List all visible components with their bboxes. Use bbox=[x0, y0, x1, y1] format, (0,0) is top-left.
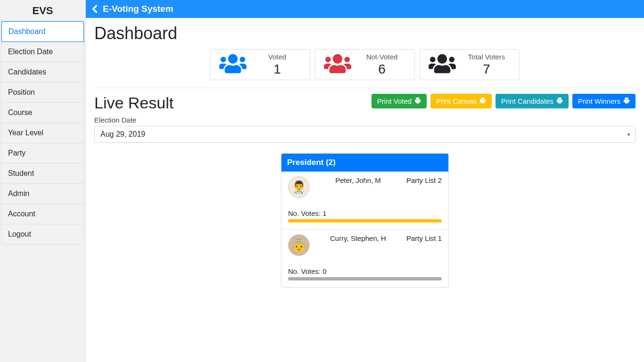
print-voted-label: Print Voted bbox=[377, 97, 412, 105]
election-date-value: Aug 29, 2019 bbox=[100, 130, 145, 138]
sidebar-nav: DashboardElection DateCandidatesPosition… bbox=[1, 21, 84, 245]
divider bbox=[94, 88, 636, 88]
users-icon bbox=[324, 52, 351, 77]
print-icon bbox=[414, 97, 421, 105]
sidebar-item-position[interactable]: Position bbox=[1, 82, 84, 103]
candidate-name: Curry, Stephen, H bbox=[316, 234, 400, 242]
summary-cards: Voted 1 Not-Voted 6 Total Voters 7 bbox=[94, 49, 636, 80]
back-icon[interactable] bbox=[91, 5, 98, 13]
print-candidates-button[interactable]: Print Candidates bbox=[495, 94, 569, 108]
sidebar-item-year-level[interactable]: Year Level bbox=[1, 123, 84, 143]
print-canvas-button[interactable]: Print Canvas bbox=[430, 94, 492, 108]
users-icon bbox=[429, 52, 456, 77]
election-date-select[interactable]: Aug 29, 2019 bbox=[94, 126, 636, 143]
votes-label: No. Votes: 1 bbox=[288, 209, 442, 217]
votes-label: No. Votes: 0 bbox=[288, 267, 442, 275]
avatar: 👨‍⚕️ bbox=[288, 176, 310, 198]
summary-card-voted: Voted 1 bbox=[210, 49, 310, 80]
candidate-block: 👨‍⚕️ Peter, John, M Party List 2 No. Vot… bbox=[281, 172, 448, 230]
live-result-title: Live Result bbox=[94, 94, 173, 112]
sidebar-item-dashboard[interactable]: Dashboard bbox=[1, 21, 84, 42]
print-winners-button[interactable]: Print Winners bbox=[572, 94, 636, 108]
sidebar: EVS DashboardElection DateCandidatesPosi… bbox=[0, 0, 86, 362]
print-canvas-label: Print Canvas bbox=[436, 97, 477, 105]
print-winners-label: Print Winners bbox=[578, 97, 620, 105]
summary-label: Total Voters bbox=[462, 53, 511, 61]
topbar: E-Voting System bbox=[86, 0, 644, 18]
print-icon bbox=[479, 97, 486, 105]
print-voted-button[interactable]: Print Voted bbox=[372, 94, 427, 108]
summary-label: Voted bbox=[253, 53, 301, 61]
sidebar-item-admin[interactable]: Admin bbox=[1, 184, 84, 204]
sidebar-item-election-date[interactable]: Election Date bbox=[1, 42, 84, 62]
sidebar-item-party[interactable]: Party bbox=[1, 143, 84, 164]
candidate-party: Party List 2 bbox=[406, 176, 442, 184]
print-button-group: Print Voted Print Canvas Print Candidate… bbox=[372, 94, 636, 108]
votes-progress-fill bbox=[288, 219, 442, 222]
summary-value: 7 bbox=[462, 62, 511, 77]
users-icon bbox=[219, 52, 247, 77]
sidebar-item-candidates[interactable]: Candidates bbox=[1, 62, 84, 82]
summary-value: 6 bbox=[358, 62, 406, 77]
summary-label: Not-Voted bbox=[358, 53, 406, 61]
page-title: Dashboard bbox=[94, 24, 636, 43]
candidate-block: 👵 Curry, Stephen, H Party List 1 No. Vot… bbox=[281, 230, 448, 287]
avatar: 👵 bbox=[288, 234, 310, 256]
sidebar-item-account[interactable]: Account bbox=[1, 204, 84, 224]
main-area: E-Voting System Dashboard Voted 1 Not-Vo… bbox=[86, 0, 644, 362]
votes-progress bbox=[288, 219, 442, 222]
sidebar-item-course[interactable]: Course bbox=[1, 103, 84, 123]
election-date-label: Election Date bbox=[94, 116, 636, 124]
summary-card-total-voters: Total Voters 7 bbox=[420, 49, 520, 80]
summary-card-not-voted: Not-Voted 6 bbox=[315, 49, 415, 80]
print-icon bbox=[623, 97, 630, 105]
votes-progress bbox=[288, 277, 442, 280]
position-header: President (2) bbox=[281, 154, 448, 172]
brand-logo: EVS bbox=[0, 0, 85, 21]
candidate-party: Party List 1 bbox=[406, 234, 442, 242]
app-title: E-Voting System bbox=[103, 4, 173, 14]
votes-progress-fill bbox=[288, 277, 442, 280]
print-icon bbox=[556, 97, 563, 105]
candidate-name: Peter, John, M bbox=[316, 176, 400, 184]
print-candidates-label: Print Candidates bbox=[501, 97, 553, 105]
sidebar-item-student[interactable]: Student bbox=[1, 164, 84, 184]
sidebar-item-logout[interactable]: Logout bbox=[1, 224, 84, 244]
position-card: President (2) 👨‍⚕️ Peter, John, M Party … bbox=[281, 153, 449, 288]
summary-value: 1 bbox=[253, 62, 301, 77]
